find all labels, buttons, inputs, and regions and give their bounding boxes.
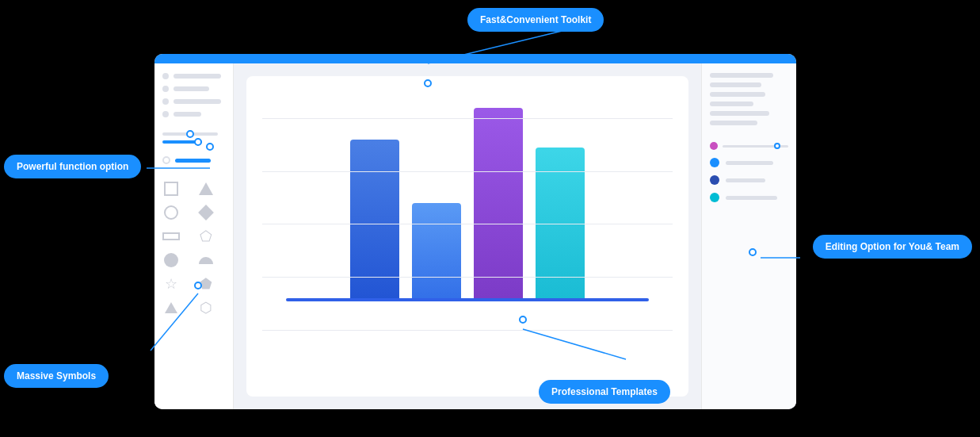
callout-massive-symbols: Massive Symbols [4,364,109,388]
sidebar-dot-1 [162,73,169,79]
color-row-3 [710,193,788,202]
right-sidebar [701,63,796,409]
chart-grid-lines [262,92,673,357]
right-line-5 [710,111,769,116]
callout-editing-option: Editing Option for You& Team [813,235,972,259]
right-line-3 [710,92,765,97]
radio-circle[interactable] [162,156,170,164]
shape-square[interactable] [162,180,180,197]
color-bar-3 [726,196,777,200]
shape-hex[interactable]: ⬡ [197,299,215,316]
main-content [234,63,701,409]
sidebar-line-4 [174,112,201,117]
right-line-4 [710,102,753,106]
shape-pentagon[interactable]: ⬠ [197,228,215,245]
right-line-2 [710,82,761,87]
color-row-1 [710,158,788,167]
right-slider-track[interactable] [723,145,788,148]
window-titlebar [154,54,796,63]
sidebar-dot-row-2 [162,86,225,92]
chart-baseline [286,298,649,301]
color-bar-2 [726,178,765,182]
color-row-2 [710,175,788,185]
sidebar-radio-row [162,156,225,164]
color-dot-purple [710,142,718,150]
shape-rect[interactable] [162,228,180,245]
sidebar-dot-3 [162,98,169,105]
slider-handle-2[interactable] [194,138,202,146]
sidebar-line-3 [174,99,221,104]
right-color-rows [710,138,788,202]
sidebar-dot-row-3 [162,98,225,105]
window-body: ⬠ ☆ ⬟ [154,63,796,409]
scene: ⬠ ☆ ⬟ [0,0,980,437]
sidebar-slider-area [162,132,225,144]
sidebar-lines [162,73,225,120]
right-slider-row [710,142,788,150]
app-window: ⬠ ☆ ⬟ [154,54,796,409]
grid-line-4 [262,277,673,278]
callout-fast-toolkit: Fast&Convenient Toolkit [467,8,604,32]
color-dot-dark-blue [710,175,719,185]
grid-line-2 [262,171,673,172]
shape-circle[interactable] [162,204,180,221]
sidebar-dot-row-1 [162,73,225,79]
callout-powerful-function: Powerful function option [4,155,141,178]
right-lines [710,73,788,125]
shape-half-circle[interactable] [197,251,215,269]
shape-triangle-small[interactable] [162,299,180,316]
callout-professional-templates: Professional Templates [539,380,670,404]
shapes-grid: ⬠ ☆ ⬟ [162,180,225,316]
sidebar-line-1 [174,74,221,79]
grid-line-1 [262,118,673,119]
shape-diamond[interactable] [197,204,215,221]
slider-track-1[interactable] [162,132,218,136]
shape-triangle[interactable] [197,180,215,197]
grid-line-5 [262,330,673,331]
color-bar-1 [726,161,773,165]
slider-handle-1[interactable] [186,130,194,138]
right-line-6 [710,121,757,125]
sidebar-dot-2 [162,86,169,92]
sidebar-dot-4 [162,111,169,117]
sidebar-dot-row-4 [162,111,225,117]
chart-area [246,76,688,397]
radio-bar [175,159,211,163]
grid-line-3 [262,224,673,224]
right-slider-handle[interactable] [774,143,780,149]
shape-star[interactable]: ☆ [162,275,180,293]
slider-track-2[interactable] [162,140,202,144]
color-dot-cyan [710,193,719,202]
shape-penta[interactable]: ⬟ [197,275,215,293]
color-dot-blue [710,158,719,167]
sidebar-line-2 [174,86,209,91]
right-line-1 [710,73,773,78]
shape-circle-filled[interactable] [162,251,180,269]
left-sidebar: ⬠ ☆ ⬟ [154,63,234,409]
